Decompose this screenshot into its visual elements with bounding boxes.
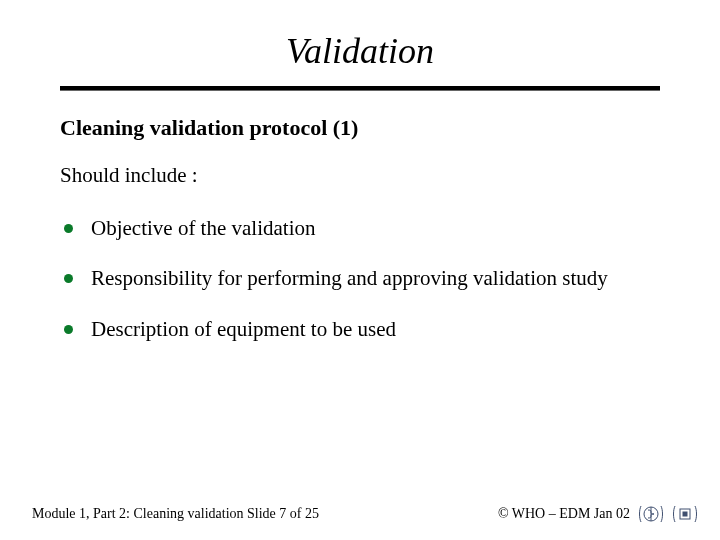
bullet-icon	[64, 325, 73, 334]
footer: Module 1, Part 2: Cleaning validation Sl…	[0, 502, 720, 526]
footer-left: Module 1, Part 2: Cleaning validation Sl…	[32, 506, 319, 522]
svg-rect-3	[683, 512, 687, 516]
list-item-text: Objective of the validation	[91, 214, 660, 242]
bullet-icon	[64, 224, 73, 233]
footer-copyright: © WHO – EDM Jan 02	[498, 506, 630, 522]
slide-title: Validation	[60, 30, 660, 72]
lead-text: Should include :	[60, 163, 660, 188]
list-item: Description of equipment to be used	[64, 315, 660, 343]
who-logo-icon	[638, 502, 664, 526]
list-item-text: Description of equipment to be used	[91, 315, 660, 343]
edm-logo-icon	[672, 502, 698, 526]
slide-subtitle: Cleaning validation protocol (1)	[60, 115, 660, 141]
list-item-text: Responsibility for performing and approv…	[91, 264, 660, 292]
list-item: Objective of the validation	[64, 214, 660, 242]
bullet-list: Objective of the validation Responsibili…	[60, 214, 660, 343]
footer-right: © WHO – EDM Jan 02	[498, 502, 698, 526]
bullet-icon	[64, 274, 73, 283]
title-rule	[60, 86, 660, 91]
slide: Validation Cleaning validation protocol …	[0, 0, 720, 540]
list-item: Responsibility for performing and approv…	[64, 264, 660, 292]
